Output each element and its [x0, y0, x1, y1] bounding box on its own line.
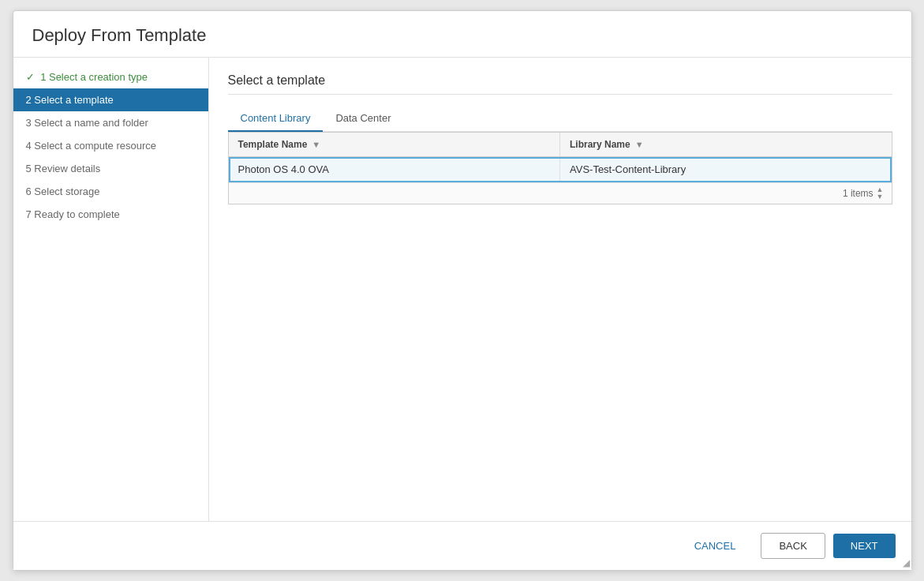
scroll-controls: ▲ ▼: [877, 186, 884, 201]
sidebar-item-step5: 5 Review details: [13, 157, 208, 180]
section-title: Select a template: [228, 73, 892, 95]
sidebar-item-step3: 3 Select a name and folder: [13, 111, 208, 134]
back-button[interactable]: BACK: [761, 533, 825, 559]
deploy-dialog: Deploy From Template ✓ 1 Select a creati…: [13, 10, 912, 571]
sidebar-item-step2[interactable]: 2 Select a template: [13, 88, 208, 111]
tab-data-center[interactable]: Data Center: [323, 106, 403, 132]
cell-library-name: AVS-Test-Content-Library: [560, 157, 892, 182]
filter-library-icon[interactable]: ▼: [635, 140, 644, 149]
filter-template-icon[interactable]: ▼: [312, 140, 320, 149]
column-library-name: Library Name ▼: [560, 133, 892, 156]
check-icon: ✓: [26, 71, 38, 83]
sidebar-item-step1[interactable]: ✓ 1 Select a creation type: [13, 66, 208, 88]
tab-bar: Content Library Data Center: [228, 106, 892, 132]
table-row[interactable]: Photon OS 4.0 OVA AVS-Test-Content-Libra…: [229, 157, 892, 182]
next-button[interactable]: NEXT: [833, 534, 896, 558]
scroll-down-icon[interactable]: ▼: [877, 193, 884, 201]
sidebar-item-step7: 7 Ready to complete: [13, 203, 208, 226]
table-footer: 1 items ▲ ▼: [229, 182, 892, 204]
table-header: Template Name ▼ Library Name ▼: [229, 133, 892, 157]
dialog-footer: CANCEL BACK NEXT: [13, 521, 911, 570]
dialog-body: ✓ 1 Select a creation type 2 Select a te…: [13, 58, 911, 521]
tab-content-library[interactable]: Content Library: [228, 106, 324, 132]
cancel-button[interactable]: CANCEL: [677, 534, 754, 558]
sidebar-item-step4: 4 Select a compute resource: [13, 134, 208, 157]
resize-handle[interactable]: ◢: [903, 557, 910, 568]
template-table: Template Name ▼ Library Name ▼ Photon OS…: [228, 132, 892, 204]
column-template-name: Template Name ▼: [229, 133, 561, 156]
sidebar-item-step6: 6 Select storage: [13, 180, 208, 203]
sidebar: ✓ 1 Select a creation type 2 Select a te…: [13, 58, 209, 521]
dialog-title: Deploy From Template: [13, 11, 911, 58]
cell-template-name: Photon OS 4.0 OVA: [229, 157, 561, 182]
main-content: Select a template Content Library Data C…: [209, 58, 911, 521]
